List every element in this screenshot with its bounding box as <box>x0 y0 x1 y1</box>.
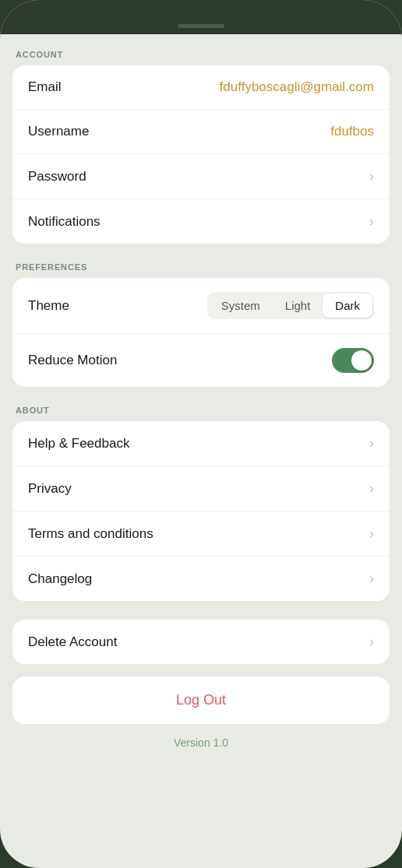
reduce-motion-toggle[interactable] <box>332 348 374 373</box>
email-row[interactable]: Email fduffyboscagli@gmail.com <box>12 65 390 110</box>
reduce-motion-label: Reduce Motion <box>28 353 117 368</box>
about-section-label: ABOUT <box>16 406 390 415</box>
username-label: Username <box>28 124 89 139</box>
about-card: Help & Feedback › Privacy › Terms and co… <box>12 421 390 601</box>
toggle-thumb <box>351 350 372 371</box>
delete-chevron-icon: › <box>369 634 374 650</box>
theme-selector: System Light Dark <box>207 292 374 319</box>
changelog-row[interactable]: Changelog › <box>12 557 390 601</box>
theme-system-button[interactable]: System <box>209 293 273 318</box>
terms-label: Terms and conditions <box>28 526 153 542</box>
email-value: fduffyboscagli@gmail.com <box>220 79 374 95</box>
theme-label: Theme <box>28 298 69 314</box>
email-label: Email <box>28 79 62 95</box>
logout-button[interactable]: Log Out <box>12 676 390 724</box>
status-bar <box>0 0 402 34</box>
privacy-row[interactable]: Privacy › <box>12 466 390 511</box>
changelog-label: Changelog <box>28 571 92 587</box>
logout-card: Log Out <box>12 676 390 724</box>
account-section-label: ACCOUNT <box>16 50 390 59</box>
theme-dark-button[interactable]: Dark <box>323 293 372 318</box>
delete-account-row[interactable]: Delete Account › <box>12 620 390 664</box>
delete-account-card: Delete Account › <box>12 620 390 664</box>
help-label: Help & Feedback <box>28 436 129 452</box>
preferences-card: Theme System Light Dark Reduce Motion <box>12 278 390 387</box>
theme-light-button[interactable]: Light <box>273 293 323 318</box>
phone-container: ACCOUNT Email fduffyboscagli@gmail.com U… <box>0 0 402 868</box>
notifications-chevron-icon: › <box>369 213 374 230</box>
status-pill <box>178 24 224 28</box>
help-chevron-icon: › <box>369 435 374 452</box>
delete-account-label: Delete Account <box>28 634 117 650</box>
scroll-content: ACCOUNT Email fduffyboscagli@gmail.com U… <box>0 34 402 868</box>
toggle-track[interactable] <box>332 348 374 373</box>
password-label: Password <box>28 169 86 184</box>
notifications-row[interactable]: Notifications › <box>12 199 390 244</box>
privacy-label: Privacy <box>28 481 72 497</box>
logout-label: Log Out <box>176 692 226 708</box>
preferences-section-label: PREFERENCES <box>16 262 390 272</box>
terms-row[interactable]: Terms and conditions › <box>12 511 390 557</box>
reduce-motion-row: Reduce Motion <box>12 334 390 387</box>
account-card: Email fduffyboscagli@gmail.com Username … <box>12 65 390 244</box>
version-text: Version 1.0 <box>12 736 390 749</box>
password-row[interactable]: Password › <box>12 154 390 199</box>
theme-row: Theme System Light Dark <box>12 278 390 334</box>
notifications-label: Notifications <box>28 214 100 230</box>
password-chevron-icon: › <box>369 168 374 184</box>
username-value: fdufbos <box>330 124 374 139</box>
terms-chevron-icon: › <box>369 525 374 542</box>
privacy-chevron-icon: › <box>369 480 374 497</box>
username-row[interactable]: Username fdufbos <box>12 110 390 154</box>
changelog-chevron-icon: › <box>369 571 374 587</box>
help-row[interactable]: Help & Feedback › <box>12 421 390 466</box>
